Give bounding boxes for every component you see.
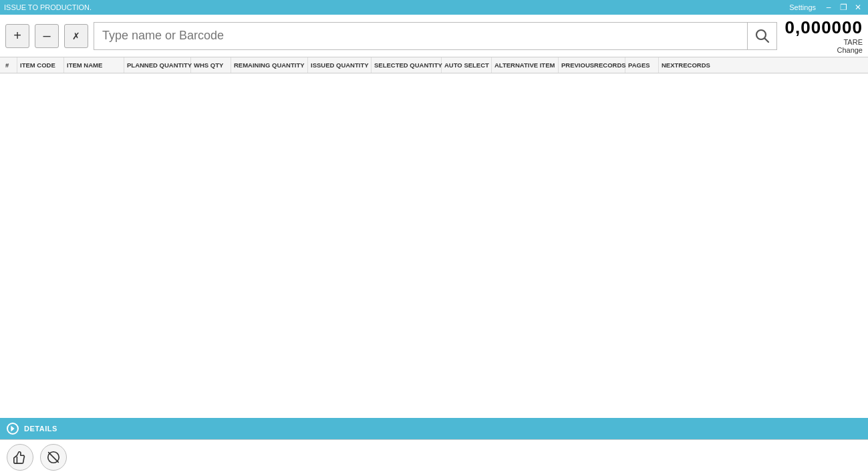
quantity-value: 0,000000	[785, 17, 863, 38]
confirm-button[interactable]	[7, 444, 33, 471]
restore-button[interactable]: ❐	[837, 2, 849, 13]
search-icon	[755, 29, 770, 43]
col-header-prev-records: PREVIOUSRECORDS	[559, 57, 625, 73]
col-header-next-records: NEXTRECORDS	[659, 57, 865, 73]
title-bar: ISSUE TO PRODUCTION. Settings – ❐ ✕	[0, 0, 868, 15]
window-title: ISSUE TO PRODUCTION.	[4, 3, 92, 11]
search-input[interactable]	[94, 23, 747, 49]
action-bar	[0, 439, 868, 474]
col-header-alt-item: ALTERNATIVE ITEM	[492, 57, 559, 73]
thumbs-up-icon	[13, 450, 27, 465]
search-button[interactable]	[747, 23, 776, 49]
remove-button[interactable]: –	[35, 24, 59, 48]
details-label: DETAILS	[24, 425, 57, 433]
change-button[interactable]: Change	[837, 46, 863, 54]
svg-line-4	[49, 452, 59, 462]
minimize-button[interactable]: –	[823, 2, 835, 13]
col-header-auto-select: AUTO SELECT	[442, 57, 492, 73]
add-button[interactable]: +	[5, 24, 29, 48]
col-header-remaining-qty: REMAINING QUANTITY	[231, 57, 308, 73]
col-header-item-code: ITEM CODE	[17, 57, 64, 73]
col-header-num: #	[3, 57, 17, 73]
col-header-selected-qty: SELECTED QUANTITY	[372, 57, 442, 73]
toolbar: + – ✗ 0,000000 TARE Change	[0, 15, 868, 57]
col-header-whs-qty: WHS QTY	[191, 57, 231, 73]
col-header-planned-qty: PLANNED QUANTITY	[124, 57, 191, 73]
svg-marker-2	[11, 426, 14, 432]
close-button[interactable]: ✕	[852, 2, 864, 13]
main-content	[0, 73, 868, 418]
details-expand-icon[interactable]	[7, 423, 19, 435]
chevron-right-icon	[8, 423, 17, 434]
col-header-pages: PAGES	[625, 57, 659, 73]
search-container	[94, 22, 777, 50]
details-bar: DETAILS	[0, 418, 868, 439]
table-header: # ITEM CODE ITEM NAME PLANNED QUANTITY W…	[0, 57, 868, 73]
col-header-issued-qty: ISSUED QUANTITY	[308, 57, 372, 73]
quantity-area: 0,000000 TARE Change	[782, 17, 863, 54]
tare-button[interactable]: TARE	[843, 38, 863, 46]
cancel-button[interactable]	[40, 444, 67, 471]
edit-button[interactable]: ✗	[64, 24, 88, 48]
col-header-item-name: ITEM NAME	[64, 57, 124, 73]
svg-line-1	[764, 38, 768, 42]
cancel-icon	[46, 450, 61, 465]
settings-button[interactable]: Settings	[785, 3, 820, 11]
